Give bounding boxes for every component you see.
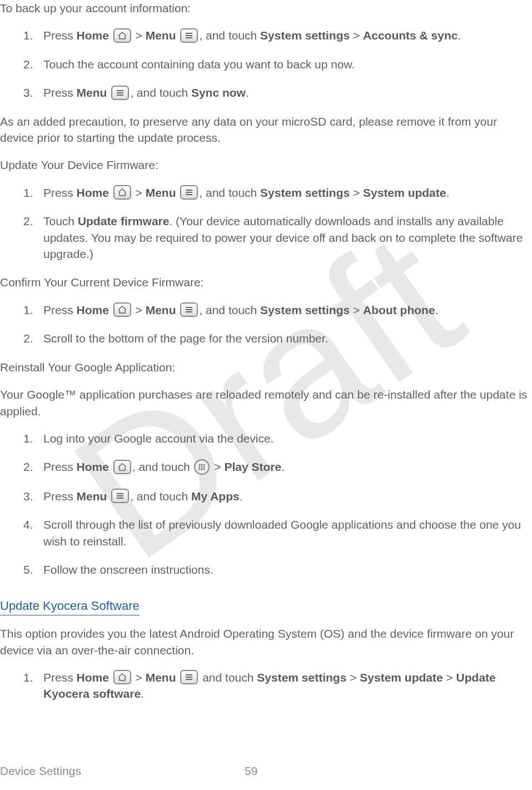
reinstall-intro: Your Google™ application purchases are r…: [0, 386, 532, 419]
update-fw-heading: Update Your Device Firmware:: [0, 157, 532, 173]
menu-label: Menu: [77, 86, 107, 99]
home-label: Home: [77, 29, 109, 42]
fw-steps-list: 1. Press Home > Menu , and touch System …: [0, 185, 532, 262]
step-body: Scroll through the list of previously do…: [41, 516, 532, 549]
list-item: 1. Press Home > Menu , and touch System …: [0, 185, 532, 201]
step-number: 4.: [23, 516, 41, 533]
text: Press: [43, 186, 77, 199]
list-item: 1. Press Home > Menu , and touch System …: [0, 302, 532, 318]
svg-rect-22: [117, 495, 123, 496]
text: and touch: [202, 671, 257, 684]
home-label: Home: [77, 186, 109, 199]
list-item: 2. Scroll to the bottom of the page for …: [0, 330, 532, 346]
home-icon: [113, 28, 131, 43]
step-number: 5.: [23, 562, 41, 578]
step-number: 2.: [23, 56, 41, 72]
svg-rect-4: [117, 92, 123, 93]
svg-rect-23: [117, 498, 123, 499]
kyocera-heading-link[interactable]: Update Kyocera Software: [0, 598, 140, 615]
text: >: [136, 29, 146, 42]
text: .: [446, 186, 449, 199]
list-item: 5. Follow the onscreen instructions.: [0, 562, 532, 578]
text: Press: [43, 29, 77, 42]
text: , and touch: [132, 460, 193, 473]
list-item: 2. Touch Update firmware. (Your device a…: [0, 213, 532, 262]
text: >: [136, 186, 146, 199]
svg-point-19: [201, 468, 203, 470]
list-item: 2. Press Home , and touch > Play Store.: [0, 459, 532, 475]
svg-point-15: [199, 466, 201, 468]
step-number: 1.: [23, 669, 41, 685]
menu-label: Menu: [146, 29, 176, 42]
text: .: [435, 304, 439, 316]
home-icon: [113, 670, 131, 684]
step-number: 1.: [23, 185, 41, 201]
menu-icon: [180, 302, 198, 317]
menu-icon: [111, 489, 129, 503]
apps-grid-icon: [194, 459, 210, 475]
menu-label: Menu: [146, 186, 176, 199]
step-body: Log into your Google account via the dev…: [41, 430, 532, 446]
svg-point-13: [201, 464, 203, 465]
list-item: 3. Press Menu , and touch Sync now.: [0, 85, 532, 101]
precaution-para: As an added precaution, to preserve any …: [0, 113, 532, 146]
menu-label: Menu: [146, 671, 176, 684]
syncnow-label: Sync now: [191, 86, 246, 99]
svg-rect-5: [117, 95, 123, 96]
text: .: [281, 460, 285, 473]
text: Press: [43, 304, 77, 316]
step-number: 3.: [23, 85, 41, 101]
kyocera-intro: This option provides you the latest Andr…: [0, 625, 532, 658]
svg-point-20: [203, 468, 205, 470]
step-body: Press Home > Menu , and touch System set…: [41, 27, 532, 43]
step-number: 1.: [23, 430, 41, 446]
step-body: Press Home > Menu , and touch System set…: [41, 302, 532, 318]
list-item: 1. Log into your Google account via the …: [0, 430, 532, 446]
menu-icon: [180, 28, 198, 43]
text: .: [141, 687, 144, 700]
text: , and touch: [130, 86, 191, 99]
home-icon: [113, 460, 131, 474]
menu-icon: [180, 185, 198, 200]
syssettings-label: System settings: [260, 186, 350, 199]
svg-rect-6: [186, 190, 192, 191]
text: >: [136, 304, 146, 316]
reinstall-steps-list: 1. Log into your Google account via the …: [0, 430, 532, 578]
svg-rect-9: [186, 307, 192, 308]
menu-label: Menu: [146, 304, 176, 316]
syssettings-label: System settings: [257, 671, 346, 684]
page-content: To back up your account information: 1. …: [0, 0, 532, 702]
text: .: [240, 490, 243, 503]
step-number: 2.: [23, 459, 41, 475]
footer-page-number: 59: [245, 763, 257, 779]
text: , and touch: [130, 490, 191, 503]
step-number: 2.: [23, 330, 41, 346]
home-label: Home: [77, 304, 109, 316]
svg-rect-24: [186, 674, 192, 675]
step-body: Touch Update firmware. (Your device auto…: [41, 213, 532, 262]
svg-rect-0: [186, 33, 192, 34]
myapps-label: My Apps: [191, 490, 240, 503]
list-item: 4. Scroll through the list of previously…: [0, 516, 532, 549]
reinstall-heading: Reinstall Your Google Application:: [0, 359, 532, 375]
svg-point-17: [203, 466, 205, 468]
home-icon: [113, 185, 131, 200]
playstore-label: Play Store: [224, 460, 281, 473]
text: >: [443, 671, 456, 684]
sysupdate-label: System update: [360, 671, 442, 684]
about-label: About phone: [363, 304, 435, 316]
svg-point-12: [199, 464, 201, 465]
step-body: Scroll to the bottom of the page for the…: [41, 330, 532, 346]
svg-rect-10: [186, 309, 192, 310]
svg-rect-11: [186, 311, 192, 312]
text: >: [350, 186, 363, 199]
backup-intro: To back up your account information:: [0, 0, 532, 16]
svg-rect-1: [186, 35, 192, 36]
step-body: Press Menu , and touch Sync now.: [41, 85, 532, 101]
text: Press: [43, 460, 77, 473]
step-body: Follow the onscreen instructions.: [41, 562, 532, 578]
svg-rect-2: [186, 37, 192, 38]
page-footer: Device Settings 59: [0, 763, 532, 779]
step-body: Press Menu , and touch My Apps.: [41, 488, 532, 504]
svg-rect-21: [117, 493, 123, 494]
